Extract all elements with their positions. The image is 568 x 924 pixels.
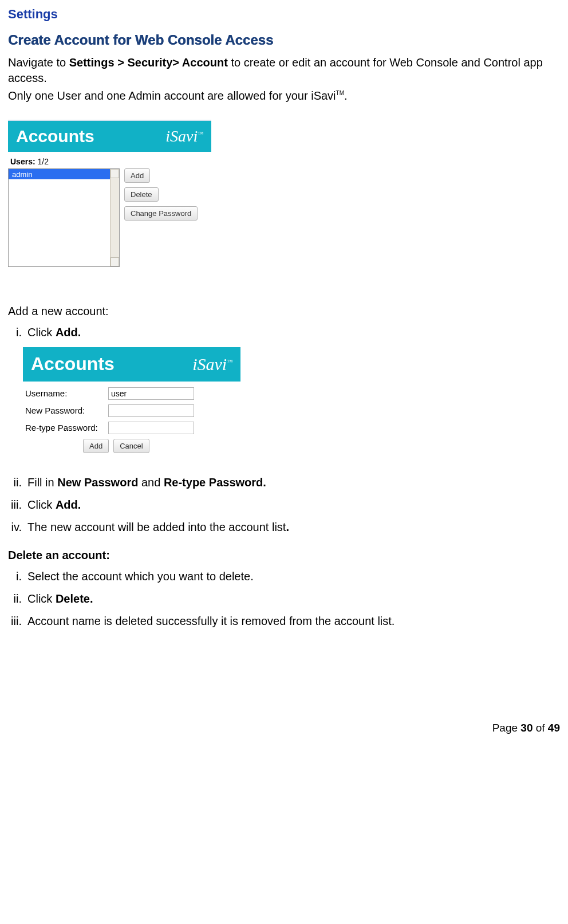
step-text-bold: Add. bbox=[56, 498, 81, 511]
step-text: Click bbox=[27, 326, 56, 339]
step-number: iii. bbox=[8, 614, 22, 629]
step-text: and bbox=[138, 476, 163, 489]
delete-step-3: iii. Account name is deleted successfull… bbox=[8, 614, 560, 629]
retype-password-row: Re-type Password: bbox=[23, 419, 240, 437]
add-step-3: iii. Click Add. bbox=[8, 497, 560, 513]
step-text-bold: Add. bbox=[56, 326, 81, 339]
step-text-bold: Delete. bbox=[56, 592, 93, 605]
accounts-title: Accounts bbox=[16, 125, 94, 148]
username-input[interactable] bbox=[108, 387, 194, 400]
username-label: Username: bbox=[25, 388, 108, 399]
footer-of: of bbox=[532, 722, 547, 734]
new-password-label: New Password: bbox=[25, 405, 108, 416]
brand-tm-2: ™ bbox=[227, 359, 232, 365]
intro-1a: Navigate to bbox=[8, 56, 69, 69]
brand-logo-2: iSavi™ bbox=[192, 353, 232, 376]
trademark-tm: TM bbox=[336, 90, 344, 96]
step-text: Click bbox=[27, 592, 56, 605]
step-text-bold: New Password bbox=[57, 476, 138, 489]
step-text-bold: . bbox=[286, 521, 289, 533]
page-footer: Page 30 of 49 bbox=[8, 721, 560, 736]
add-new-account-header: Add a new account: bbox=[8, 304, 560, 319]
delete-account-header: Delete an account: bbox=[8, 548, 560, 563]
new-password-row: New Password: bbox=[23, 402, 240, 419]
step-number: iii. bbox=[8, 497, 22, 513]
step-text: Click bbox=[27, 498, 56, 511]
intro-2a: Only one User and one Admin account are … bbox=[8, 89, 336, 102]
step-text: Select the account which you want to del… bbox=[27, 569, 560, 584]
brand-tm: ™ bbox=[198, 131, 203, 137]
username-row: Username: bbox=[23, 385, 240, 402]
step-text: The new account will be added into the a… bbox=[27, 521, 286, 533]
form-cancel-button[interactable]: Cancel bbox=[113, 439, 149, 453]
users-listbox[interactable]: admin bbox=[8, 168, 120, 267]
form-add-button[interactable]: Add bbox=[83, 439, 109, 453]
step-number: ii. bbox=[8, 591, 22, 607]
scroll-down-icon[interactable] bbox=[111, 257, 119, 266]
users-value: 1/2 bbox=[36, 157, 49, 166]
step-text: Fill in bbox=[27, 476, 57, 489]
add-step-4: iv. The new account will be added into t… bbox=[8, 520, 560, 535]
retype-password-label: Re-type Password: bbox=[25, 422, 108, 434]
add-account-panel: Accounts iSavi™ Username: New Password: … bbox=[23, 347, 240, 453]
accounts-title-2: Accounts bbox=[31, 352, 115, 376]
scrollbar[interactable] bbox=[110, 169, 119, 266]
step-number: iv. bbox=[8, 520, 22, 535]
form-buttons: Add Cancel bbox=[23, 439, 240, 453]
step-number: ii. bbox=[8, 475, 22, 490]
step-text: Account name is deleted successfully it … bbox=[27, 614, 560, 629]
footer-current-page: 30 bbox=[520, 722, 532, 734]
intro-2b: . bbox=[344, 89, 348, 102]
step-text-bold: Re-type Password. bbox=[164, 476, 266, 489]
add-button[interactable]: Add bbox=[124, 168, 150, 183]
brand-name-2: iSavi bbox=[192, 355, 227, 373]
step-number: i. bbox=[8, 325, 22, 340]
intro-1b-breadcrumb: Settings > Security> Account bbox=[69, 56, 228, 69]
heading-settings: Settings bbox=[8, 6, 560, 23]
brand-name: iSavi bbox=[165, 127, 198, 145]
new-password-input[interactable] bbox=[108, 404, 194, 417]
heading-create-account: Create Account for Web Console Access bbox=[8, 31, 560, 49]
add-panel-header: Accounts iSavi™ bbox=[23, 347, 240, 382]
delete-step-2: ii. Click Delete. bbox=[8, 591, 560, 607]
delete-step-1: i. Select the account which you want to … bbox=[8, 569, 560, 584]
footer-page-label: Page bbox=[492, 722, 521, 734]
add-step-1: i. Click Add. bbox=[8, 325, 560, 340]
list-item[interactable]: admin bbox=[9, 169, 119, 179]
users-label: Users: bbox=[10, 157, 36, 166]
intro-paragraph-2: Only one User and one Admin account are … bbox=[8, 88, 560, 104]
accounts-panel: Accounts iSavi™ Users: 1/2 admin Add Del… bbox=[8, 120, 211, 267]
delete-button[interactable]: Delete bbox=[124, 187, 159, 202]
retype-password-input[interactable] bbox=[108, 422, 194, 434]
accounts-buttons: Add Delete Change Password bbox=[124, 168, 198, 267]
footer-total-pages: 49 bbox=[548, 722, 560, 734]
add-step-2: ii. Fill in New Password and Re-type Pas… bbox=[8, 475, 560, 490]
brand-logo: iSavi™ bbox=[165, 125, 203, 147]
accounts-panel-header: Accounts iSavi™ bbox=[8, 121, 211, 152]
scroll-up-icon[interactable] bbox=[111, 169, 119, 178]
change-password-button[interactable]: Change Password bbox=[124, 206, 198, 221]
users-count: Users: 1/2 bbox=[8, 152, 211, 168]
intro-paragraph-1: Navigate to Settings > Security> Account… bbox=[8, 55, 560, 86]
step-number: i. bbox=[8, 569, 22, 584]
